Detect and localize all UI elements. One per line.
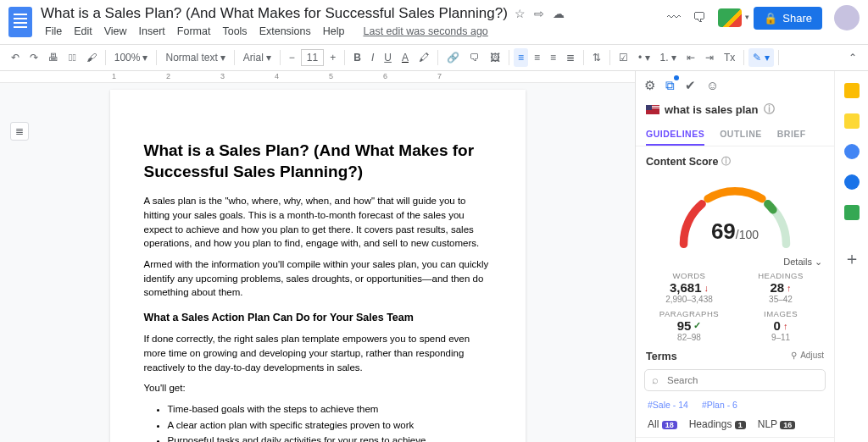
insert-image-icon[interactable]: 🖼 <box>486 48 504 67</box>
calendar-icon[interactable] <box>844 83 860 98</box>
doc-title[interactable]: What is a Sales Plan? (And What Makes fo… <box>41 5 508 22</box>
panel-tabs: GUIDELINES OUTLINE BRIEF <box>636 124 834 146</box>
italic-icon[interactable]: I <box>367 48 378 67</box>
underline-icon[interactable]: U <box>380 48 396 67</box>
info-icon[interactable]: ⓘ <box>721 155 731 168</box>
meet-button[interactable] <box>718 8 742 27</box>
target-keyword[interactable]: what is sales plan <box>665 103 759 116</box>
maps-icon[interactable] <box>844 205 860 220</box>
hash-sale[interactable]: #Sale - 14 <box>648 400 688 410</box>
score-of: /100 <box>736 228 759 241</box>
toolbar: ↶ ↷ 🖶 Ａ̲ 🖌 100% ▾ Normal text ▾ Arial ▾ … <box>0 44 868 71</box>
comments-icon[interactable]: 🗨 <box>693 10 706 25</box>
doc-h2: What a Sales Action Plan Can Do for Your… <box>144 310 492 325</box>
emoji-icon[interactable]: ☺ <box>706 78 719 93</box>
filter-all[interactable]: All 18 <box>648 418 677 430</box>
tab-outline[interactable]: OUTLINE <box>720 124 762 146</box>
docs-logo-icon[interactable] <box>8 7 32 37</box>
tab-brief[interactable]: BRIEF <box>777 124 806 146</box>
outdent-icon[interactable]: ⇤ <box>682 48 699 67</box>
page[interactable]: What is a Sales Plan? (And What Makes fo… <box>110 90 526 442</box>
menu-bar: File Edit View Insert Format Tools Exten… <box>41 24 667 39</box>
insert-comment-icon[interactable]: 🗨 <box>465 48 484 67</box>
editing-mode-icon[interactable]: ✎ ▾ <box>748 48 773 67</box>
check-circle-icon[interactable]: ✔ <box>685 78 696 93</box>
redo-icon[interactable]: ↷ <box>25 48 42 67</box>
stat-images: IMAGES 0↑ 9–11 <box>739 309 822 342</box>
highlight-icon[interactable]: 🖍 <box>415 48 433 67</box>
last-edit-link[interactable]: Last edit was seconds ago <box>359 24 492 39</box>
details-toggle[interactable]: Details ⌄ <box>636 257 834 271</box>
align-justify-icon[interactable]: ≣ <box>562 48 579 67</box>
move-icon[interactable]: ⇨ <box>534 7 544 20</box>
stat-headings: HEADINGS 28↑ 35–42 <box>739 271 822 304</box>
bold-icon[interactable]: B <box>349 48 365 67</box>
keep-icon[interactable] <box>844 113 860 129</box>
text-color-icon[interactable]: A <box>398 48 413 67</box>
menu-extensions[interactable]: Extensions <box>255 24 315 39</box>
insert-link-icon[interactable]: 🔗 <box>442 48 464 67</box>
menu-edit[interactable]: Edit <box>70 24 97 39</box>
bullet-list-icon[interactable]: • ▾ <box>634 48 654 67</box>
paint-format-icon[interactable]: 🖌 <box>82 48 101 67</box>
indent-icon[interactable]: ⇥ <box>701 48 718 67</box>
align-right-icon[interactable]: ≡ <box>546 48 560 67</box>
doc-paragraph: You'll get: <box>144 381 492 395</box>
line-spacing-icon[interactable]: ⇅ <box>588 48 605 67</box>
share-label: Share <box>782 12 812 25</box>
trend-icon[interactable]: 〰 <box>667 10 681 25</box>
menu-help[interactable]: Help <box>319 24 349 39</box>
stats-grid: WORDS 3,681↓ 2,990–3,438 HEADINGS 28↑ 35… <box>636 271 834 342</box>
expand-up-icon[interactable]: ⌃ <box>844 48 861 67</box>
font-inc-icon[interactable]: + <box>326 48 340 67</box>
tasks-icon[interactable] <box>844 144 860 159</box>
menu-view[interactable]: View <box>100 24 131 39</box>
style-select[interactable]: Normal text ▾ <box>161 48 229 67</box>
terms-search-input[interactable] <box>644 369 826 391</box>
menu-format[interactable]: Format <box>173 24 215 39</box>
menu-insert[interactable]: Insert <box>135 24 170 39</box>
outline-toggle-icon[interactable]: ≣ <box>10 122 29 141</box>
ruler[interactable]: 1 2 3 4 5 6 7 <box>0 71 635 83</box>
undo-icon[interactable]: ↶ <box>7 48 24 67</box>
star-icon[interactable]: ☆ <box>515 7 526 20</box>
term-chips: what is sales plan 0/1sales strategy 2/4… <box>636 438 834 442</box>
doc-h1: What is a Sales Plan? (And What Makes fo… <box>144 141 492 182</box>
font-dec-icon[interactable]: − <box>285 48 299 67</box>
menu-tools[interactable]: Tools <box>218 24 251 39</box>
align-center-icon[interactable]: ≡ <box>530 48 544 67</box>
align-left-icon[interactable]: ≡ <box>514 48 528 67</box>
font-select[interactable]: Arial ▾ <box>239 48 275 67</box>
list-item: Time-based goals with the steps to achie… <box>168 402 492 417</box>
print-icon[interactable]: 🖶 <box>44 48 63 67</box>
checklist-icon[interactable]: ☑ <box>615 48 632 67</box>
font-size-input[interactable]: 11 <box>301 49 324 66</box>
header: What is a Sales Plan? (And What Makes fo… <box>0 0 868 44</box>
hash-plan[interactable]: #Plan - 6 <box>702 400 737 410</box>
clear-format-icon[interactable]: Tx <box>720 48 739 67</box>
addons-plus-icon[interactable]: ＋ <box>843 247 860 270</box>
filter-headings[interactable]: Headings 1 <box>689 418 746 430</box>
account-avatar[interactable] <box>834 5 860 30</box>
flag-us-icon <box>646 105 659 114</box>
menu-file[interactable]: File <box>41 24 66 39</box>
terms-search <box>644 369 826 391</box>
settings-icon[interactable]: ⚙ <box>644 78 655 93</box>
tab-guidelines[interactable]: GUIDELINES <box>646 124 704 146</box>
info-icon[interactable]: ⓘ <box>764 102 775 117</box>
right-rail: ＋ <box>834 71 868 442</box>
content-score-label: Content Score <box>646 156 718 168</box>
number-list-icon[interactable]: 1. ▾ <box>656 48 681 67</box>
adjust-button[interactable]: ⚲Adjust <box>791 351 824 362</box>
list-item: Purposeful tasks and daily activities fo… <box>168 434 492 442</box>
doc-paragraph: A sales plan is the "who, where, why, wh… <box>144 194 492 251</box>
spellcheck-icon[interactable]: Ａ̲ <box>64 48 81 67</box>
zoom-select[interactable]: 100% ▾ <box>110 48 153 67</box>
document-canvas[interactable]: 1 2 3 4 5 6 7 ≣ What is a Sales Plan? (A… <box>0 71 635 442</box>
contacts-icon[interactable] <box>844 174 860 190</box>
share-button[interactable]: 🔒 Share <box>754 7 822 30</box>
stat-paragraphs: PARAGRAPHS 95✓ 82–98 <box>648 309 731 342</box>
filter-nlp[interactable]: NLP 16 <box>758 418 796 430</box>
link-icon[interactable]: ⧉ <box>665 78 675 93</box>
doc-paragraph: If done correctly, the right sales plan … <box>144 332 492 374</box>
